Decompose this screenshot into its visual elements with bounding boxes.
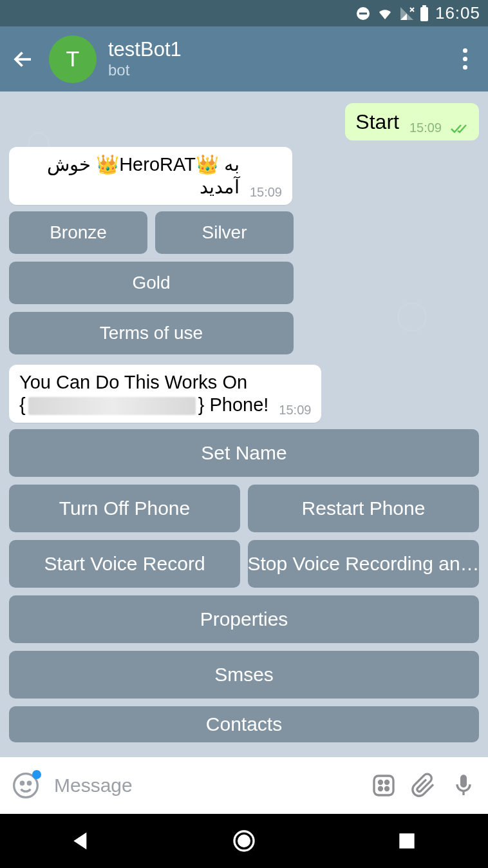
- commands-icon[interactable]: [371, 773, 397, 798]
- avatar-letter: T: [66, 46, 80, 72]
- message-text: به 👑HeroRAT👑 خوش آمدید: [19, 153, 239, 198]
- nav-recent-icon[interactable]: [394, 828, 420, 854]
- status-icons: [355, 5, 429, 22]
- chat-area[interactable]: Start 15:09 به 👑HeroRAT👑 خوش آمدید 15:09…: [0, 92, 488, 757]
- svg-point-10: [379, 787, 382, 791]
- message-time: 15:09: [409, 120, 442, 135]
- kb-button-smses[interactable]: Smses: [9, 651, 479, 699]
- header-titles[interactable]: testBot1 bot: [108, 39, 453, 79]
- back-icon[interactable]: [12, 48, 35, 71]
- svg-point-5: [21, 782, 23, 784]
- message-bubble[interactable]: Start 15:09: [345, 103, 479, 140]
- message-text: You Can Do This Works On {} Phone!: [19, 371, 268, 416]
- message-input-bar: Message: [0, 757, 488, 814]
- attach-icon[interactable]: [411, 773, 436, 798]
- notification-dot-icon: [32, 770, 41, 779]
- message-time: 15:09: [250, 184, 282, 200]
- mic-icon[interactable]: [451, 773, 476, 798]
- chat-subtitle: bot: [108, 62, 453, 79]
- message-time: 15:09: [279, 402, 311, 418]
- message-input[interactable]: Message: [54, 775, 357, 796]
- svg-point-13: [239, 836, 250, 847]
- message-in: You Can Do This Works On {} Phone! 15:09: [0, 362, 488, 427]
- read-ticks-icon: [451, 123, 469, 135]
- signal-icon: [399, 6, 415, 21]
- emoji-button[interactable]: [12, 771, 40, 800]
- battery-icon: [420, 5, 429, 22]
- svg-rect-14: [399, 833, 414, 848]
- message-in: به 👑HeroRAT👑 خوش آمدید 15:09: [0, 144, 488, 209]
- message-bubble[interactable]: به 👑HeroRAT👑 خوش آمدید 15:09: [9, 147, 292, 205]
- kb-button-gold[interactable]: Gold: [9, 262, 294, 304]
- svg-point-9: [386, 781, 389, 784]
- kb-button-contacts[interactable]: Contacts: [9, 706, 479, 742]
- avatar[interactable]: T: [49, 35, 97, 83]
- phone-screen: 16:05 T testBot1 bot Start 15:09 به 👑Her…: [0, 0, 488, 868]
- dnd-icon: [355, 6, 371, 21]
- status-clock: 16:05: [435, 3, 480, 23]
- nav-home-icon[interactable]: [231, 828, 257, 854]
- svg-point-11: [386, 787, 389, 791]
- message-out: Start 15:09: [0, 101, 488, 144]
- svg-point-6: [28, 782, 30, 784]
- android-navbar: [0, 814, 488, 868]
- svg-rect-7: [374, 776, 393, 795]
- svg-rect-2: [420, 7, 428, 21]
- reply-keyboard-2: Set Name Turn Off Phone Restart Phone St…: [0, 427, 488, 742]
- nav-back-icon[interactable]: [68, 828, 94, 854]
- status-bar: 16:05: [0, 0, 488, 26]
- redacted-text: [28, 397, 196, 415]
- more-menu-icon[interactable]: [453, 48, 476, 71]
- kb-button-properties[interactable]: Properties: [9, 595, 479, 643]
- svg-rect-1: [359, 12, 367, 14]
- kb-button-stop-voice[interactable]: Stop Voice Recording an…: [248, 540, 479, 588]
- kb-button-turn-off[interactable]: Turn Off Phone: [9, 485, 240, 532]
- chat-header: T testBot1 bot: [0, 26, 488, 92]
- message-text: Start: [355, 110, 399, 134]
- chat-title: testBot1: [108, 39, 453, 61]
- kb-button-bronze[interactable]: Bronze: [9, 211, 147, 254]
- svg-rect-3: [422, 5, 426, 7]
- kb-button-silver[interactable]: Silver: [155, 211, 294, 254]
- svg-point-8: [379, 781, 382, 784]
- kb-button-start-voice[interactable]: Start Voice Record: [9, 540, 240, 588]
- kb-button-set-name[interactable]: Set Name: [9, 429, 479, 477]
- message-bubble[interactable]: You Can Do This Works On {} Phone! 15:09: [9, 365, 321, 423]
- kb-button-terms[interactable]: Terms of use: [9, 312, 294, 354]
- reply-keyboard-1: Bronze Silver Gold Terms of use: [0, 209, 303, 354]
- wifi-icon: [376, 6, 394, 21]
- kb-button-restart[interactable]: Restart Phone: [248, 485, 479, 532]
